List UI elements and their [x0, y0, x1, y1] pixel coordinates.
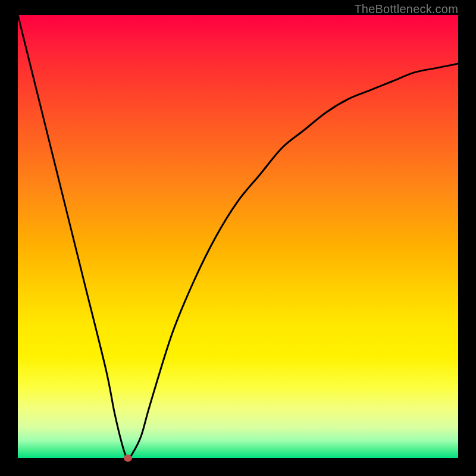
- bottleneck-curve: [18, 15, 458, 458]
- chart-frame: TheBottleneck.com: [0, 0, 476, 476]
- watermark-label: TheBottleneck.com: [354, 2, 458, 16]
- plot-area: [18, 15, 458, 458]
- optimal-marker: [124, 455, 132, 462]
